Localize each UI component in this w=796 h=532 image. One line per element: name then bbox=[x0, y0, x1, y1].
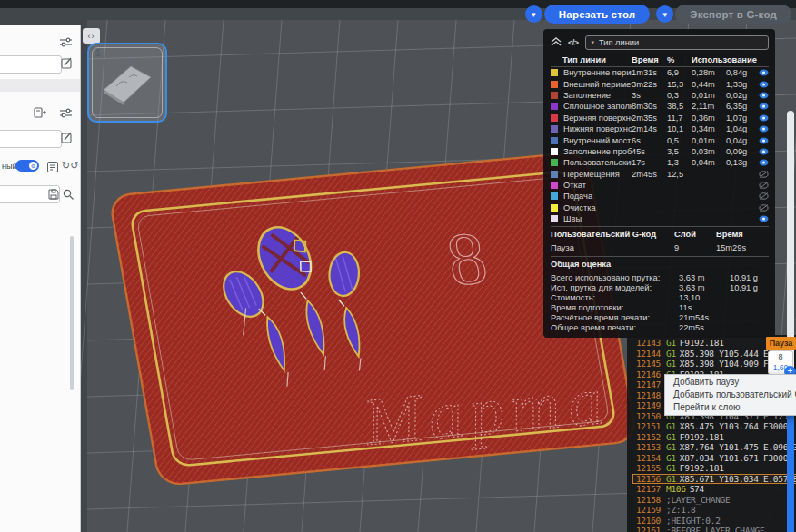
sidebar-collapse-handle[interactable]: ‹› bbox=[83, 28, 100, 44]
gcode-comment: ;BEFORE_LAYER_CHANGE bbox=[666, 526, 764, 532]
custom-gcode-header: Пользовательский G-код Слой Время bbox=[551, 226, 769, 241]
linetype-time: 2m14s bbox=[632, 124, 667, 133]
gcode-line[interactable]: 12158;LAYER_CHANGE bbox=[632, 495, 796, 506]
gcode-line[interactable]: 12156G1X85.671 Y103.034 E.05758 bbox=[632, 474, 796, 485]
eye-icon[interactable] bbox=[756, 148, 769, 155]
mode-toggle[interactable]: ⚙ bbox=[15, 160, 39, 172]
gcode-line-number: 12159 bbox=[632, 505, 661, 516]
linetype-color-swatch bbox=[551, 81, 558, 88]
tune-sliders-icon[interactable] bbox=[60, 34, 72, 51]
summary-value-1: 3,63 m bbox=[679, 273, 730, 282]
summary-value-1: 21m54s bbox=[679, 313, 730, 322]
eye-icon[interactable] bbox=[756, 215, 769, 222]
gcode-comment: ;HEIGHT:0.2 bbox=[666, 516, 721, 527]
linetype-time: 1m31s bbox=[632, 68, 667, 77]
sync-refresh-icon[interactable]: ↻↺ bbox=[62, 160, 78, 172]
summary-header: Общая оценка bbox=[551, 256, 769, 271]
gcode-line-number: 12147 bbox=[632, 379, 661, 390]
linetype-color-swatch bbox=[551, 215, 558, 222]
gcode-viewer-icon[interactable]: </> bbox=[568, 38, 579, 47]
gcode-line[interactable]: 12157M106S74 bbox=[632, 484, 796, 495]
linetype-color-swatch bbox=[551, 192, 558, 200]
gcode-line[interactable]: 12152G1F9192.181 bbox=[632, 432, 796, 443]
export-gcode-button[interactable]: Экспорт в G-код bbox=[675, 5, 791, 24]
sidebar-scrollbar[interactable] bbox=[70, 236, 74, 390]
gcode-line[interactable]: 12160;HEIGHT:0.2 bbox=[632, 516, 796, 527]
eye-icon[interactable] bbox=[756, 92, 769, 99]
linetype-color-swatch bbox=[551, 69, 558, 76]
edit-pencil-icon[interactable] bbox=[61, 131, 73, 147]
gcode-line[interactable]: 12154G1X87.034 Y101.671 F30000 bbox=[632, 453, 796, 464]
gcode-command: G1 bbox=[666, 359, 676, 369]
linetype-color-swatch bbox=[551, 103, 558, 110]
eye-off-icon[interactable] bbox=[756, 171, 769, 178]
pause-marker-badge[interactable]: Пауза bbox=[766, 337, 796, 350]
preset-name-input[interactable] bbox=[0, 55, 62, 74]
gcode-line-number: 12154 bbox=[632, 453, 661, 464]
gcode-line[interactable]: 12161;BEFORE_LAYER_CHANGE bbox=[632, 526, 796, 532]
layer-slider-range[interactable] bbox=[787, 410, 794, 532]
save-icon[interactable] bbox=[48, 187, 59, 203]
eye-icon[interactable] bbox=[756, 114, 769, 122]
gcode-line-number: 12161 bbox=[632, 526, 661, 532]
collapse-panel-icon[interactable] bbox=[551, 37, 562, 48]
linetype-time: 2m45s bbox=[632, 170, 667, 179]
view-type-dropdown[interactable]: ▾ Тип линии bbox=[585, 35, 769, 50]
eye-off-icon[interactable] bbox=[756, 204, 769, 212]
legend-row: Заполнение пробелов45s3,50,03m0,09g bbox=[551, 146, 769, 157]
custom-gcode-row: Пауза915m29s bbox=[551, 241, 769, 254]
gcode-line-number: 12143 bbox=[632, 338, 661, 349]
eye-icon[interactable] bbox=[756, 125, 769, 133]
eye-icon[interactable] bbox=[756, 69, 769, 76]
linetype-percent: 15,3 bbox=[667, 80, 692, 89]
col-percent: % bbox=[667, 55, 692, 64]
eye-icon[interactable] bbox=[756, 137, 769, 144]
col-custom-gcode: Пользовательский G-код bbox=[551, 230, 674, 239]
gcode-line[interactable]: 12151G1X85.475 Y103.764 F30000 bbox=[632, 421, 796, 432]
linetype-weight: 1,33g bbox=[726, 80, 756, 89]
eye-icon[interactable] bbox=[756, 81, 769, 88]
linetype-percent: 38,5 bbox=[667, 102, 692, 111]
legend-row: Откат bbox=[551, 180, 769, 191]
search-icon[interactable] bbox=[63, 187, 74, 203]
linetype-color-swatch bbox=[551, 182, 558, 189]
summary-label: Всего использовано прутка: bbox=[551, 273, 679, 282]
eye-icon[interactable] bbox=[756, 103, 769, 110]
slice-dropdown-icon[interactable]: ▾ bbox=[525, 5, 542, 23]
eye-off-icon[interactable] bbox=[756, 182, 769, 189]
gcode-line[interactable]: 12155G1F9192.181 bbox=[632, 463, 796, 474]
current-layer-value: 8 bbox=[769, 351, 792, 362]
tune-sliders-icon[interactable] bbox=[60, 105, 72, 122]
gcode-line[interactable]: 12153G1X87.764 Y101.475 E.09663 bbox=[632, 442, 796, 453]
export-dropdown-icon[interactable]: ▾ bbox=[656, 5, 673, 23]
eye-icon[interactable] bbox=[756, 159, 769, 166]
gcode-line[interactable]: 12159;Z:1.8 bbox=[632, 505, 796, 516]
edit-pencil-icon[interactable] bbox=[61, 56, 73, 73]
printer-add-icon[interactable] bbox=[34, 105, 46, 122]
gcode-params: F9192.181 bbox=[680, 338, 724, 349]
context-menu-item[interactable]: Добавить пользовательский G-код bbox=[665, 389, 796, 401]
custom-gcode-rows: Пауза915m29s bbox=[551, 241, 769, 254]
context-menu-item[interactable]: Перейти к слою bbox=[665, 401, 796, 414]
gcode-context-menu: Добавить паузуДобавить пользовательский … bbox=[664, 374, 796, 416]
preset-section-bar bbox=[0, 79, 80, 92]
linetype-percent: 12,5 bbox=[667, 170, 692, 179]
linetype-color-swatch bbox=[551, 137, 558, 144]
linetype-weight: 1,07g bbox=[726, 113, 756, 123]
linetype-weight: 0,04g bbox=[726, 136, 756, 145]
linetype-color-swatch bbox=[551, 171, 558, 178]
gcode-params: F9192.181 bbox=[680, 432, 724, 443]
linetype-color-swatch bbox=[551, 159, 558, 166]
summary-row: Стоимость:13,10 bbox=[551, 292, 769, 302]
linetype-weight: 0,02g bbox=[726, 91, 756, 100]
filament-name-input[interactable] bbox=[0, 130, 62, 148]
gcode-line-number: 12156 bbox=[632, 474, 661, 485]
legend-row: Сплошное заполнение8m30s38,52,11m6,35g bbox=[551, 101, 769, 112]
list-settings-icon[interactable] bbox=[47, 160, 58, 176]
gcode-command: G1 bbox=[666, 338, 676, 349]
plate-thumbnail[interactable]: 1 bbox=[87, 43, 167, 123]
context-menu-item[interactable]: Добавить паузу bbox=[665, 376, 796, 389]
eye-off-icon[interactable] bbox=[756, 192, 769, 200]
linetype-label: Перемещения bbox=[563, 170, 632, 179]
slice-plate-button[interactable]: Нарезать стол bbox=[544, 5, 651, 24]
